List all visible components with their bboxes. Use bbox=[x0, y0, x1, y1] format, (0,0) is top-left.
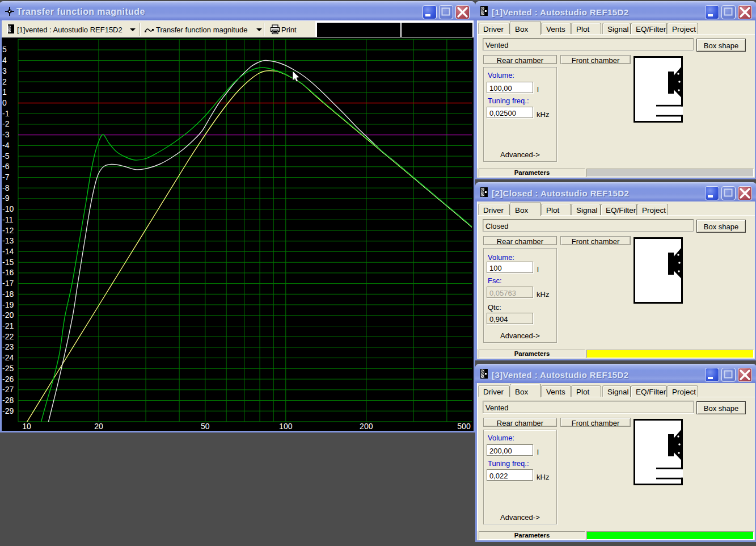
svg-text:-4: -4 bbox=[2, 141, 10, 150]
svg-text:50: 50 bbox=[201, 422, 210, 430]
svg-text:-22: -22 bbox=[2, 332, 14, 341]
svg-text:100: 100 bbox=[279, 422, 293, 430]
svg-text:5: 5 bbox=[2, 45, 7, 54]
svg-text:-17: -17 bbox=[2, 279, 14, 288]
svg-text:2: 2 bbox=[2, 77, 7, 86]
svg-text:-11: -11 bbox=[2, 215, 13, 224]
svg-text:-21: -21 bbox=[2, 321, 14, 330]
svg-text:-10: -10 bbox=[2, 204, 14, 213]
svg-text:-9: -9 bbox=[2, 194, 10, 203]
svg-text:-29: -29 bbox=[2, 406, 14, 415]
svg-text:-8: -8 bbox=[2, 183, 10, 192]
svg-text:-7: -7 bbox=[2, 173, 10, 182]
svg-text:0: 0 bbox=[2, 98, 7, 107]
svg-text:4: 4 bbox=[2, 56, 7, 65]
svg-text:-13: -13 bbox=[2, 236, 14, 245]
svg-text:-20: -20 bbox=[2, 310, 14, 320]
svg-text:-25: -25 bbox=[2, 364, 14, 373]
svg-text:-26: -26 bbox=[2, 375, 14, 384]
svg-text:3: 3 bbox=[2, 66, 7, 75]
svg-text:-19: -19 bbox=[2, 300, 14, 309]
svg-text:-15: -15 bbox=[2, 258, 14, 267]
svg-text:-27: -27 bbox=[2, 385, 14, 394]
svg-text:-16: -16 bbox=[2, 268, 14, 277]
svg-text:-2: -2 bbox=[2, 119, 10, 128]
svg-text:-12: -12 bbox=[2, 226, 14, 235]
svg-text:-5: -5 bbox=[2, 152, 10, 161]
svg-text:-3: -3 bbox=[2, 130, 10, 139]
svg-text:-18: -18 bbox=[2, 289, 14, 299]
svg-text:-6: -6 bbox=[2, 162, 10, 171]
svg-text:-24: -24 bbox=[2, 353, 14, 362]
svg-text:20: 20 bbox=[94, 422, 103, 430]
svg-text:-23: -23 bbox=[2, 342, 14, 351]
svg-text:200: 200 bbox=[360, 422, 373, 430]
svg-text:-14: -14 bbox=[2, 247, 14, 256]
svg-text:500: 500 bbox=[457, 422, 471, 430]
svg-text:1: 1 bbox=[2, 87, 7, 96]
svg-text:-1: -1 bbox=[2, 109, 10, 118]
svg-text:-28: -28 bbox=[2, 396, 14, 405]
svg-text:10: 10 bbox=[22, 422, 31, 430]
